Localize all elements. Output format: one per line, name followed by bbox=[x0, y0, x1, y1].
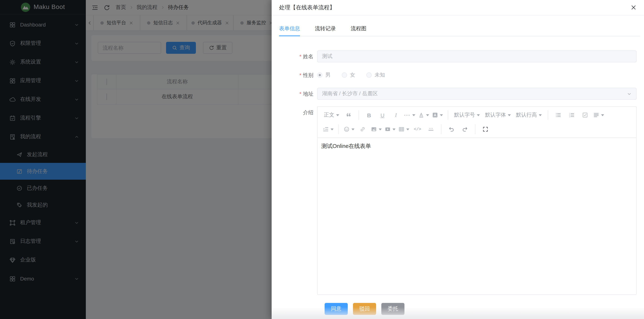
editor-redo-button[interactable] bbox=[459, 124, 471, 134]
required-mark: * bbox=[300, 53, 302, 59]
form-row-address: *地址 湖南省 / 长沙市 / 岳麓区 bbox=[279, 88, 636, 100]
quote-icon bbox=[346, 112, 352, 118]
app-viewport: Maku Boot Dashboard权限管理系统设置应用管理在线开发流程引擎我… bbox=[0, 0, 644, 319]
toolbar-divider bbox=[358, 110, 359, 120]
radio-dot bbox=[366, 73, 372, 78]
image-icon bbox=[371, 126, 377, 132]
required-mark: * bbox=[300, 91, 302, 97]
link-icon bbox=[360, 126, 366, 132]
radio-label: 未知 bbox=[374, 72, 385, 79]
delegate-button-label: 委托 bbox=[388, 305, 398, 312]
radio-label: 男 bbox=[325, 72, 330, 79]
caret-down-icon bbox=[477, 114, 480, 116]
gender-radio-未知[interactable]: 未知 bbox=[366, 69, 385, 81]
editor-bg-color-button[interactable] bbox=[431, 110, 444, 120]
editor-table-button[interactable] bbox=[398, 124, 410, 134]
editor-font-color-button[interactable] bbox=[418, 110, 430, 120]
editor-italic-glyph: I bbox=[395, 112, 397, 118]
agree-button-label: 同意 bbox=[331, 305, 342, 312]
bg-color-icon bbox=[432, 112, 438, 118]
chevron-down-icon bbox=[627, 91, 632, 96]
gender-label: *性别 bbox=[279, 69, 314, 81]
editor-bold-button[interactable]: B bbox=[363, 110, 375, 120]
gender-radio-男[interactable]: 男 bbox=[317, 69, 330, 81]
ol-icon: 123 bbox=[569, 112, 574, 118]
editor-code-block-glyph: </> bbox=[414, 127, 421, 132]
editor-emoji-button[interactable] bbox=[343, 124, 355, 134]
radio-dot bbox=[317, 73, 322, 78]
editor-quote-button[interactable] bbox=[342, 110, 354, 120]
editor-italic-button[interactable]: I bbox=[390, 110, 402, 120]
rich-text-editor: 正文BUI···默认字号默认字体默认行高123</> 测试Online在线表单 bbox=[317, 106, 636, 295]
caret-down-icon bbox=[440, 114, 443, 116]
drawer-header: 处理【在线表单流程】 bbox=[272, 0, 644, 15]
intro-label: 介绍 bbox=[279, 106, 314, 295]
close-icon[interactable] bbox=[630, 5, 636, 11]
editor-underline-button[interactable]: U bbox=[376, 110, 388, 120]
toolbar-divider bbox=[548, 110, 548, 120]
screen: Maku Boot Dashboard权限管理系统设置应用管理在线开发流程引擎我… bbox=[0, 0, 644, 319]
editor-more-styles-button[interactable]: ··· bbox=[403, 110, 416, 120]
editor-bulleted-list-button[interactable] bbox=[552, 110, 564, 120]
name-field[interactable]: 测试 bbox=[317, 51, 636, 62]
editor-link-button[interactable] bbox=[357, 124, 369, 134]
editor-bold-glyph: B bbox=[367, 112, 371, 118]
radio-dot bbox=[342, 73, 347, 78]
editor-image-button[interactable] bbox=[370, 124, 382, 134]
process-form: *姓名 测试 *性别 男女未知 *地址 湖南省 / 长沙市 / 岳麓区 bbox=[272, 36, 644, 315]
gender-radio-女[interactable]: 女 bbox=[342, 69, 355, 81]
editor-content[interactable]: 测试Online在线表单 bbox=[318, 138, 636, 294]
drawer-tabs: 表单信息流转记录流程图 bbox=[272, 21, 644, 36]
name-value: 测试 bbox=[322, 53, 332, 60]
editor-video-button[interactable] bbox=[384, 124, 396, 134]
redo-icon bbox=[462, 126, 468, 132]
radio-label: 女 bbox=[350, 72, 355, 79]
toolbar-divider bbox=[338, 124, 339, 134]
editor-todo-list-button[interactable] bbox=[579, 110, 591, 120]
address-select[interactable]: 湖南省 / 长沙市 / 岳麓区 bbox=[317, 88, 636, 100]
undo-icon bbox=[448, 126, 454, 132]
editor-paragraph-style-label: 正文 bbox=[324, 112, 334, 118]
agree-button[interactable]: 同意 bbox=[324, 303, 348, 315]
editor-divider-line-button[interactable] bbox=[425, 124, 437, 134]
svg-text:3: 3 bbox=[569, 116, 570, 118]
form-row-name: *姓名 测试 bbox=[279, 51, 636, 62]
drawer-tab-流转记录[interactable]: 流转记录 bbox=[315, 21, 336, 36]
todo-icon bbox=[582, 112, 588, 118]
drawer-actions: 同意驳回委托 bbox=[324, 303, 636, 315]
caret-down-icon bbox=[508, 114, 511, 116]
reject-button[interactable]: 驳回 bbox=[353, 303, 376, 315]
editor-numbered-list-button[interactable]: 123 bbox=[566, 110, 578, 120]
editor-line-height-label: 默认行高 bbox=[516, 112, 537, 118]
drawer-tab-流程图[interactable]: 流程图 bbox=[351, 21, 366, 36]
video-icon bbox=[385, 126, 391, 132]
caret-down-icon bbox=[601, 114, 604, 116]
form-row-gender: *性别 男女未知 bbox=[279, 69, 636, 81]
drawer-tab-表单信息[interactable]: 表单信息 bbox=[279, 21, 300, 36]
editor-fullscreen-button[interactable] bbox=[480, 124, 492, 134]
editor-line-height-button[interactable]: 默认行高 bbox=[514, 110, 544, 120]
editor-indent-button[interactable] bbox=[322, 124, 334, 134]
address-label: *地址 bbox=[279, 88, 314, 100]
address-value: 湖南省 / 长沙市 / 岳麓区 bbox=[322, 90, 378, 97]
editor-font-family-button[interactable]: 默认字体 bbox=[483, 110, 513, 120]
delegate-button[interactable]: 委托 bbox=[381, 303, 404, 315]
hr-icon bbox=[428, 126, 434, 132]
editor-underline-glyph: U bbox=[380, 112, 384, 118]
drawer-title: 处理【在线表单流程】 bbox=[279, 4, 630, 11]
editor-code-block-button[interactable]: </> bbox=[412, 124, 424, 134]
name-label: *姓名 bbox=[279, 51, 314, 62]
editor-paragraph-style-button[interactable]: 正文 bbox=[322, 110, 341, 120]
editor-font-size-label: 默认字号 bbox=[454, 112, 475, 118]
editor-text: 测试Online在线表单 bbox=[321, 143, 371, 149]
caret-down-icon bbox=[539, 114, 542, 116]
editor-font-size-button[interactable]: 默认字号 bbox=[452, 110, 482, 120]
editor-undo-button[interactable] bbox=[446, 124, 458, 134]
align-icon bbox=[593, 112, 599, 118]
caret-down-icon bbox=[426, 114, 429, 116]
toolbar-divider bbox=[448, 110, 448, 120]
caret-down-icon bbox=[379, 128, 382, 130]
table-icon bbox=[398, 126, 404, 132]
toolbar-divider bbox=[475, 124, 475, 134]
editor-justify-button[interactable] bbox=[592, 110, 605, 120]
